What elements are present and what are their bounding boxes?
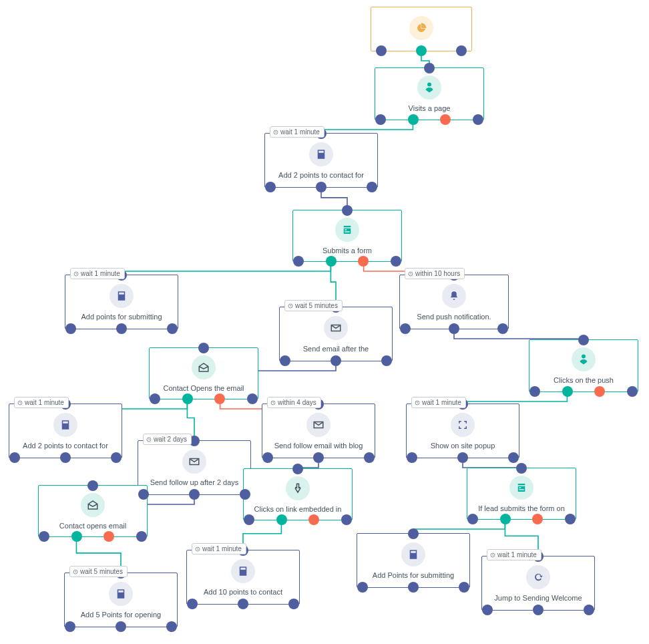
port-side-0[interactable] (9, 452, 20, 463)
port-out[interactable] (189, 489, 200, 500)
port-out[interactable] (238, 599, 248, 609)
port-in[interactable] (578, 335, 589, 345)
port-side-0[interactable] (244, 514, 254, 525)
port-out[interactable] (408, 582, 419, 593)
port-side-1[interactable] (497, 323, 508, 334)
port-side-0[interactable] (529, 386, 540, 397)
port-in[interactable] (408, 528, 419, 539)
port-out[interactable] (116, 323, 127, 334)
node-visits[interactable]: Visits a page (375, 67, 484, 120)
node-followblog[interactable]: Send follow email with blog (262, 404, 375, 458)
port-side-1[interactable] (166, 621, 177, 632)
port-yes[interactable] (562, 386, 573, 397)
port-side-1[interactable] (473, 114, 483, 125)
node-add2a[interactable]: Add 2 points to contact for (264, 133, 378, 188)
node-sendemail[interactable]: Send email after the (279, 307, 393, 361)
wait-badge: wait 1 minute (270, 126, 324, 138)
port-side-1[interactable] (367, 182, 377, 192)
port-side-0[interactable] (262, 452, 273, 463)
port-yes[interactable] (500, 514, 511, 524)
port-side-0[interactable] (375, 114, 386, 125)
port-no[interactable] (594, 386, 605, 397)
port-yes[interactable] (326, 256, 337, 267)
port-side-0[interactable] (376, 45, 387, 56)
port-yes[interactable] (71, 531, 82, 542)
node-opens1[interactable]: Contact Opens the email (149, 347, 258, 399)
port-side-0[interactable] (65, 621, 75, 632)
port-yes[interactable] (182, 393, 193, 404)
port-side-1[interactable] (136, 531, 147, 542)
bell-icon (448, 290, 460, 302)
port-in[interactable] (198, 343, 209, 353)
node-clickslink[interactable]: Clicks on link embedded in (243, 468, 353, 520)
port-side-0[interactable] (187, 599, 198, 609)
wait-badge-text: within 10 hours (415, 270, 460, 277)
port-side-0[interactable] (265, 182, 276, 192)
port-no[interactable] (308, 514, 319, 525)
port-in[interactable] (342, 205, 353, 216)
node-addpts[interactable]: Add points for submitting (65, 275, 178, 329)
port-no[interactable] (214, 393, 225, 404)
port-side-1[interactable] (111, 452, 122, 463)
port-in[interactable] (87, 480, 98, 491)
port-no[interactable] (358, 256, 369, 267)
node-clickspush[interactable]: Clicks on the push (529, 339, 638, 392)
node-pushnotif[interactable]: Send push notification. (399, 275, 509, 329)
port-out[interactable] (533, 605, 544, 615)
port-side-0[interactable] (293, 256, 304, 267)
node-icon-wrap (335, 218, 359, 242)
port-in[interactable] (516, 463, 527, 474)
calculator-icon (407, 548, 419, 560)
node-leadsubmit[interactable]: If lead submits the form on (467, 468, 576, 520)
node-trigger[interactable] (371, 7, 472, 51)
port-side-0[interactable] (280, 355, 290, 366)
port-side-1[interactable] (167, 323, 178, 334)
port-yes[interactable] (408, 114, 419, 125)
port-side-1[interactable] (381, 355, 392, 366)
node-add5[interactable]: Add 5 Points for opening (64, 573, 178, 627)
port-side-1[interactable] (584, 605, 594, 615)
port-side-1[interactable] (508, 452, 519, 463)
port-out[interactable] (116, 621, 126, 632)
port-side-0[interactable] (150, 393, 160, 404)
port-side-0[interactable] (407, 452, 417, 463)
node-opens2[interactable]: Contact opens email (38, 485, 148, 537)
port-side-1[interactable] (459, 582, 469, 593)
port-yes[interactable] (416, 45, 427, 56)
node-addpts2[interactable]: Add Points for submitting (357, 533, 470, 588)
port-out[interactable] (313, 452, 324, 463)
port-side-1[interactable] (240, 489, 250, 500)
node-icon-wrap (509, 476, 533, 500)
port-side-0[interactable] (39, 531, 49, 542)
port-side-0[interactable] (357, 582, 368, 593)
port-side-1[interactable] (456, 45, 467, 56)
port-out[interactable] (457, 452, 468, 463)
port-out[interactable] (316, 182, 327, 192)
port-out[interactable] (60, 452, 71, 463)
port-no[interactable] (440, 114, 451, 125)
port-side-1[interactable] (364, 452, 375, 463)
port-out[interactable] (331, 355, 341, 366)
node-popup[interactable]: Show on site popup (406, 404, 519, 458)
port-no[interactable] (103, 531, 114, 542)
port-in[interactable] (292, 464, 303, 474)
port-out[interactable] (449, 323, 459, 334)
port-yes[interactable] (276, 514, 287, 525)
port-side-1[interactable] (288, 599, 299, 609)
node-add10[interactable]: Add 10 points to contact (186, 550, 300, 605)
port-in[interactable] (424, 63, 435, 73)
port-side-1[interactable] (627, 386, 638, 397)
port-side-0[interactable] (467, 514, 478, 524)
port-side-0[interactable] (482, 605, 493, 615)
node-jump[interactable]: Jump to Sending Welcome (481, 556, 595, 611)
port-side-1[interactable] (391, 256, 401, 267)
port-side-1[interactable] (247, 393, 258, 404)
port-side-0[interactable] (65, 323, 76, 334)
node-add2b[interactable]: Add 2 points to contact for (9, 404, 122, 458)
port-no[interactable] (532, 514, 543, 524)
node-follow2[interactable]: Send follow up after 2 days (138, 440, 251, 495)
port-side-1[interactable] (341, 514, 352, 525)
node-submits[interactable]: Submits a form (292, 210, 402, 262)
port-side-0[interactable] (400, 323, 411, 334)
port-side-1[interactable] (565, 514, 576, 524)
